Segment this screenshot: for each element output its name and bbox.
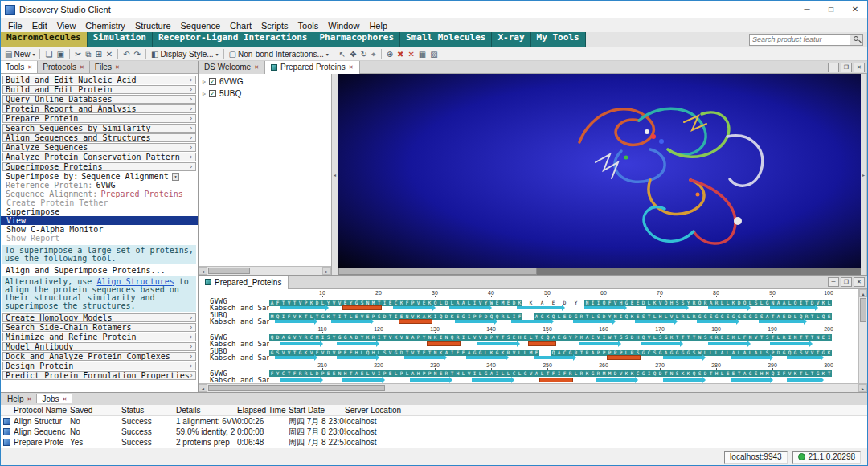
bottom-tab-jobs[interactable]: Jobs✕ xyxy=(37,394,72,403)
close-tab-icon[interactable]: ✕ xyxy=(254,64,259,71)
tool-model-antibody[interactable]: Model Antibody› xyxy=(2,342,196,351)
tool-predict-protein-formulation-properties[interactable]: Predict Protein Formulation Properties› xyxy=(2,371,196,380)
menu-chemistry[interactable]: Chemistry xyxy=(80,21,130,31)
tree-horizontal-scrollbar[interactable]: ◂ ▸ xyxy=(199,266,331,275)
menu-file[interactable]: File xyxy=(3,21,27,31)
close-tab-icon[interactable]: ✕ xyxy=(63,396,68,403)
tool-action-superimpose[interactable]: Superimpose xyxy=(6,207,198,216)
scroll-thumb[interactable] xyxy=(860,298,866,322)
scroll-right-button[interactable]: ▸ xyxy=(322,267,331,275)
non-bond-interactions-button[interactable]: ▢Non-bond Interactions...▾ xyxy=(227,48,330,60)
scroll-up-button[interactable]: ▴ xyxy=(859,289,867,297)
sequence-vertical-scrollbar[interactable]: ▴ xyxy=(858,289,867,383)
maximize-button[interactable]: □ xyxy=(819,1,843,18)
select-cursor-button[interactable]: ↖ xyxy=(338,48,347,60)
snapshot-button[interactable]: ▧ xyxy=(428,48,439,60)
close-tab-icon[interactable]: ✕ xyxy=(115,64,120,71)
expand-icon[interactable]: ▹ xyxy=(203,90,206,97)
menu-view[interactable]: View xyxy=(52,21,81,31)
menu-help[interactable]: Help xyxy=(364,21,392,31)
zoom-cursor-button[interactable]: ⌖ xyxy=(370,48,378,60)
display-style-button[interactable]: ◧Display Style...▾ xyxy=(149,48,220,60)
center-view-button[interactable]: ⊕ xyxy=(385,48,395,60)
sequence-cells[interactable]: FYCTFRRLDPEENHTAELVIPELPLAHPPNERTHLVILGA… xyxy=(269,370,832,377)
ribbon-tab-my-tools[interactable]: My Tools xyxy=(531,32,586,47)
menu-edit[interactable]: Edit xyxy=(27,21,52,31)
tool-query-online-databases[interactable]: Query Online Databases› xyxy=(2,95,196,104)
tool-protein-report-and-analysis[interactable]: Protein Report and Analysis› xyxy=(2,104,196,113)
right-splitter[interactable]: ▸ xyxy=(861,74,867,275)
ribbon-tab-macromolecules[interactable]: Macromolecules xyxy=(1,32,88,47)
scroll-left-button[interactable]: ◂ xyxy=(199,384,207,392)
search-button[interactable] xyxy=(850,35,862,45)
align-and-superimpose-link[interactable]: Align and Superimpose Proteins... xyxy=(6,266,198,275)
ribbon-tab-small-molecules[interactable]: Small Molecules xyxy=(400,32,492,47)
measure-button[interactable]: ▦ xyxy=(417,48,428,60)
undo-button[interactable]: ↶ xyxy=(121,48,131,60)
panel-minimize-button[interactable]: ─ xyxy=(828,277,839,287)
ribbon-tab-receptor-ligand-interactions[interactable]: Receptor-Ligand Interactions xyxy=(153,32,313,47)
close-tab-icon[interactable]: ✕ xyxy=(27,64,32,71)
panel-close-button[interactable]: ✕ xyxy=(854,63,865,72)
close-button[interactable]: ✕ xyxy=(843,1,867,18)
menu-sequence[interactable]: Sequence xyxy=(176,21,226,31)
menu-structure[interactable]: Structure xyxy=(130,21,176,31)
tool-analyze-sequences[interactable]: Analyze Sequences› xyxy=(2,143,196,152)
expand-icon[interactable]: ▹ xyxy=(203,78,206,85)
tool-prepare-protein[interactable]: Prepare Protein› xyxy=(2,114,196,123)
tool-create-homology-models[interactable]: Create Homology Models› xyxy=(2,313,196,322)
left-splitter[interactable]: ◂ xyxy=(332,74,338,275)
delete-button[interactable]: ✕ xyxy=(104,48,114,60)
ribbon-tab-pharmacophores[interactable]: Pharmacophores xyxy=(313,32,400,47)
sequence-cells[interactable]: GSVVTGKVFVDVPEEHLQHLSVGDTVTFTNKAIFEAGGLK… xyxy=(269,348,832,354)
sequence-cells[interactable]: MQIFVKTLTGKTITLEVEPSDTIENVKAKIQDKEGIPPDQ… xyxy=(269,312,832,318)
3d-viewer[interactable] xyxy=(338,74,861,275)
panel-minimize-button[interactable]: ─ xyxy=(828,63,839,72)
tool-build-and-edit-protein[interactable]: Build and Edit Protein› xyxy=(2,85,196,94)
ribbon-tab-simulation[interactable]: Simulation xyxy=(88,32,153,47)
tree-item-5ubq[interactable]: ▹✓5UBQ xyxy=(199,88,331,100)
jobs-row[interactable]: Align SequencNoSuccess59.0% identity, 20… xyxy=(1,427,867,437)
tool-superimpose-proteins[interactable]: Superimpose Proteins› xyxy=(2,162,196,171)
open-button[interactable]: ❏ xyxy=(43,48,54,60)
menu-scripts[interactable]: Scripts xyxy=(256,21,293,31)
scroll-right-button[interactable]: ▸ xyxy=(858,384,867,392)
tool-action-view[interactable]: View xyxy=(1,216,198,225)
panel-tab-protocols[interactable]: Protocols✕ xyxy=(38,61,90,73)
panel-tab-files[interactable]: Files✕ xyxy=(90,61,125,73)
tool-design-protein[interactable]: Design Protein› xyxy=(2,362,196,370)
doc-tab-ds-welcome[interactable]: DS Welcome✕ xyxy=(199,61,265,74)
panel-restore-button[interactable]: ❐ xyxy=(841,63,852,72)
new-button[interactable]: ▤New▾ xyxy=(3,48,36,60)
tree-item-6vwg[interactable]: ▹✓6VWG xyxy=(199,76,331,88)
menu-tools[interactable]: Tools xyxy=(293,21,324,31)
visibility-checkbox[interactable]: ✓ xyxy=(209,78,216,85)
scroll-thumb[interactable] xyxy=(208,385,385,391)
panel-tab-tools[interactable]: Tools✕ xyxy=(1,61,38,73)
tool-analyze-protein-conservation-pattern[interactable]: Analyze Protein Conservation Pattern› xyxy=(2,153,196,161)
paste-button[interactable]: ⊞ xyxy=(93,48,103,60)
tool-dock-and-analyze-protein-complexes[interactable]: Dock and Analyze Protein Complexes› xyxy=(2,352,196,361)
scroll-left-button[interactable]: ◂ xyxy=(199,267,207,275)
sequence-tab[interactable]: Prepared_Proteins xyxy=(199,276,289,289)
sequence-cells[interactable]: QDAGVYRCMISYGGADYKRITVKVNAPYNKINQRILVVDP… xyxy=(269,334,832,341)
cut-button[interactable]: ✂ xyxy=(73,48,83,60)
tool-minimize-and-refine-protein[interactable]: Minimize and Refine Protein› xyxy=(2,333,196,341)
copy-button[interactable]: ⧉ xyxy=(84,48,92,60)
minimize-button[interactable]: ─ xyxy=(795,1,819,18)
doc-tab-prepared-proteins[interactable]: Prepared Proteins✕ xyxy=(265,61,359,74)
sequence-alignment-view[interactable]: 1020304050607080901006VWGAFTVTVPKDLYVVEY… xyxy=(199,289,867,383)
scroll-thumb[interactable] xyxy=(208,268,250,274)
rotate-cursor-button[interactable]: ↻ xyxy=(359,48,369,60)
tool-search-side-chain-rotamers[interactable]: Search Side-Chain Rotamers› xyxy=(2,323,196,332)
menu-window[interactable]: Window xyxy=(323,21,364,31)
visibility-checkbox[interactable]: ✓ xyxy=(209,90,216,97)
ribbon-tab-x-ray[interactable]: X-ray xyxy=(492,32,530,47)
redo-button[interactable]: ↷ xyxy=(133,48,142,60)
jobs-row[interactable]: Prepare ProteYesSuccess2 proteins prep0:… xyxy=(1,437,867,448)
panel-restore-button[interactable]: ❐ xyxy=(841,277,852,287)
translate-cursor-button[interactable]: ✥ xyxy=(348,48,358,60)
superimpose-by-combo[interactable]: Superimpose by:Sequence Alignment▾ xyxy=(6,172,198,181)
panel-close-button[interactable]: ✕ xyxy=(854,277,865,287)
jobs-row[interactable]: Align StructurNoSuccess1 alignment: 6VW0… xyxy=(1,416,867,427)
